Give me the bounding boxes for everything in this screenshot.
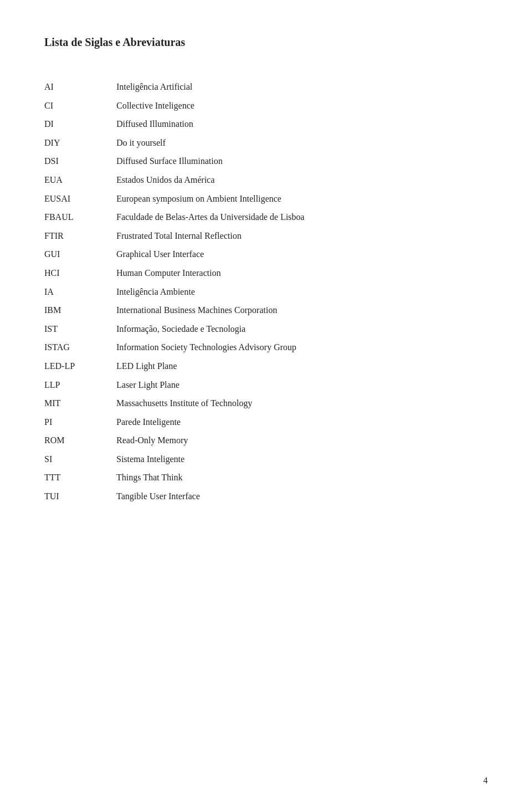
acronym-definition: Tangible User Interface: [116, 487, 488, 506]
table-row: LED-LPLED Light Plane: [44, 357, 488, 376]
table-row: TUITangible User Interface: [44, 487, 488, 506]
acronym-definition: Laser Light Plane: [116, 376, 488, 394]
acronym-abbr: DI: [44, 115, 116, 134]
acronym-abbr: IST: [44, 320, 116, 339]
page-title: Lista de Siglas e Abreviaturas: [44, 33, 488, 51]
table-row: GUIGraphical User Interface: [44, 245, 488, 264]
acronym-definition: Human Computer Interaction: [116, 264, 488, 283]
table-row: CICollective Inteligence: [44, 96, 488, 115]
acronym-definition: Estados Unidos da América: [116, 171, 488, 189]
table-row: SISistema Inteligente: [44, 450, 488, 469]
acronym-definition: Do it yourself: [116, 134, 488, 152]
acronym-definition: Massachusetts Institute of Technology: [116, 394, 488, 413]
acronym-abbr: FBAUL: [44, 208, 116, 227]
acronym-definition: Inteligência Artificial: [116, 78, 488, 96]
acronym-abbr: ISTAG: [44, 338, 116, 357]
acronym-definition: Informação, Sociedade e Tecnologia: [116, 320, 488, 339]
table-row: IBMInternational Business Machines Corpo…: [44, 301, 488, 320]
acronym-abbr: LED-LP: [44, 357, 116, 376]
acronym-definition: Parede Inteligente: [116, 413, 488, 432]
table-row: FBAULFaculdade de Belas-Artes da Univers…: [44, 208, 488, 227]
acronym-abbr: TUI: [44, 487, 116, 506]
table-row: TTTThings That Think: [44, 468, 488, 487]
acronym-definition: Frustrated Total Internal Reflection: [116, 227, 488, 245]
acronym-abbr: IBM: [44, 301, 116, 320]
acronym-abbr: TTT: [44, 468, 116, 487]
table-row: ISTInformação, Sociedade e Tecnologia: [44, 320, 488, 339]
acronym-abbr: EUA: [44, 171, 116, 189]
table-row: IAInteligência Ambiente: [44, 283, 488, 301]
acronym-abbr: IA: [44, 283, 116, 301]
acronym-definition: International Business Machines Corporat…: [116, 301, 488, 320]
acronym-definition: Collective Inteligence: [116, 96, 488, 115]
acronym-definition: European symposium on Ambient Intelligen…: [116, 189, 488, 208]
acronym-definition: Information Society Technologies Advisor…: [116, 338, 488, 357]
table-row: DSIDiffused Surface Illumination: [44, 152, 488, 171]
acronym-abbr: EUSAI: [44, 189, 116, 208]
acronym-definition: Things That Think: [116, 468, 488, 487]
table-row: FTIRFrustrated Total Internal Reflection: [44, 227, 488, 245]
page-number: 4: [483, 773, 488, 788]
acronym-abbr: AI: [44, 78, 116, 96]
acronym-definition: Diffused Illumination: [116, 115, 488, 134]
table-row: ISTAGInformation Society Technologies Ad…: [44, 338, 488, 357]
acronym-definition: Graphical User Interface: [116, 245, 488, 264]
acronym-definition: LED Light Plane: [116, 357, 488, 376]
acronym-abbr: DIY: [44, 134, 116, 152]
acronym-definition: Inteligência Ambiente: [116, 283, 488, 301]
acronym-definition: Read-Only Memory: [116, 431, 488, 450]
acronym-table: AIInteligência ArtificialCICollective In…: [44, 78, 488, 506]
table-row: DIYDo it yourself: [44, 134, 488, 152]
acronym-abbr: ROM: [44, 431, 116, 450]
acronym-abbr: CI: [44, 96, 116, 115]
table-row: EUAEstados Unidos da América: [44, 171, 488, 189]
table-row: LLPLaser Light Plane: [44, 376, 488, 394]
table-row: DIDiffused Illumination: [44, 115, 488, 134]
table-row: HCIHuman Computer Interaction: [44, 264, 488, 283]
acronym-abbr: SI: [44, 450, 116, 469]
acronym-definition: Faculdade de Belas-Artes da Universidade…: [116, 208, 488, 227]
acronym-abbr: PI: [44, 413, 116, 432]
acronym-definition: Diffused Surface Illumination: [116, 152, 488, 171]
table-row: EUSAIEuropean symposium on Ambient Intel…: [44, 189, 488, 208]
acronym-abbr: MIT: [44, 394, 116, 413]
table-row: MITMassachusetts Institute of Technology: [44, 394, 488, 413]
acronym-abbr: HCI: [44, 264, 116, 283]
acronym-abbr: DSI: [44, 152, 116, 171]
acronym-abbr: GUI: [44, 245, 116, 264]
table-row: PIParede Inteligente: [44, 413, 488, 432]
table-row: ROMRead-Only Memory: [44, 431, 488, 450]
acronym-abbr: LLP: [44, 376, 116, 394]
table-row: AIInteligência Artificial: [44, 78, 488, 96]
acronym-definition: Sistema Inteligente: [116, 450, 488, 469]
acronym-abbr: FTIR: [44, 227, 116, 245]
